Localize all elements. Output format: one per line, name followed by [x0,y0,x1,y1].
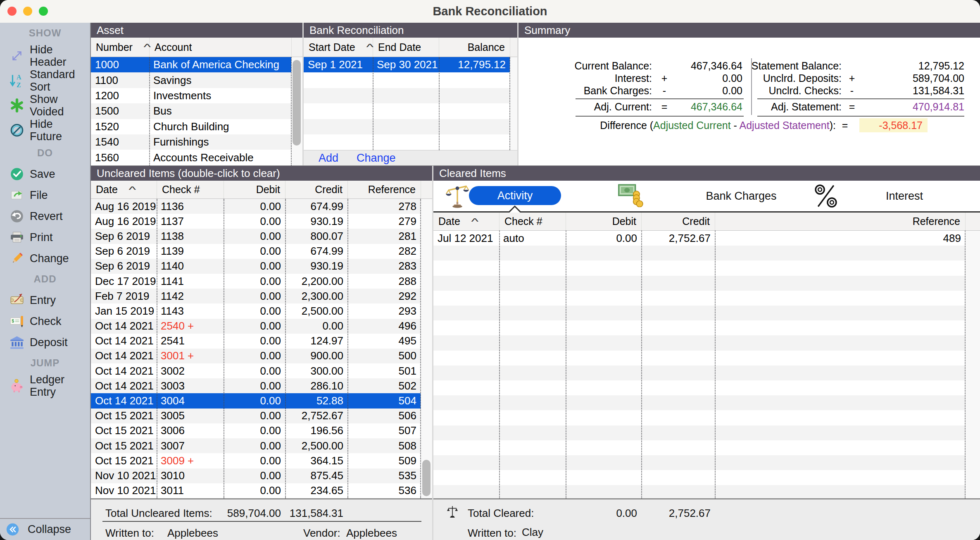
sidebar-section-do: DO [0,143,90,163]
table-row[interactable]: Oct 14 202125410.00124.97495 [91,334,421,349]
table-row[interactable]: Oct 15 202130070.002,500.00508 [91,438,421,453]
change-reconciliation-link[interactable]: Change [357,152,396,165]
table-row[interactable]: Oct 15 202130050.002,752.67506 [91,409,421,423]
tab-bank-charges[interactable]: Bank Charges [690,181,793,211]
cell-debit: 0.00 [224,469,285,482]
sidebar-item-label: File [30,189,48,201]
table-row[interactable]: 1540Furnishings [91,134,291,150]
column-header-debit[interactable]: Debit [224,181,285,198]
cell-check: 3003 [157,380,224,392]
table-row[interactable]: Sep 6 201911380.00800.07281 [91,229,421,244]
table-row[interactable]: 1560Accounts Receivable [91,150,291,165]
column-header-reference[interactable]: Reference [347,181,421,198]
table-row[interactable]: Oct 14 202130040.0052.88504 [91,393,421,408]
column-header-date[interactable]: Date^ [433,213,499,230]
table-row[interactable]: Oct 15 202130060.00196.56507 [91,423,421,438]
cell-credit: 2,200.00 [285,275,347,288]
column-header-credit[interactable]: Credit [285,181,347,198]
table-row[interactable]: Oct 15 20213009 +0.00364.15509 [91,453,421,468]
sidebar-item-hide-header[interactable]: Hide Header [0,43,90,68]
table-row[interactable]: Dec 17 201911410.002,200.00288 [91,274,421,289]
column-header-start-date[interactable]: Start Date^ [304,38,373,57]
cell-debit: 0.00 [224,245,285,258]
collapse-button[interactable]: Collapse [0,518,90,540]
sidebar-item-print[interactable]: Print [0,227,90,248]
cell-reference: 509 [347,454,421,467]
cleared-written-to-value: Clay [522,526,543,538]
column-header-debit[interactable]: Debit [566,213,641,230]
table-row[interactable]: Feb 7 201911420.002,300.00292 [91,289,421,303]
add-reconciliation-link[interactable]: Add [319,152,338,165]
statement-balance-label: Statement Balance: [718,60,842,72]
asset-scrollbar-thumb[interactable] [293,60,301,146]
sidebar-item-deposit[interactable]: Deposit [0,332,90,353]
uncleared-scrollbar-thumb[interactable] [422,460,431,496]
cell-account: Savings [149,74,291,87]
asset-scrollbar-track[interactable] [291,57,302,165]
sidebar-item-save[interactable]: Save [0,163,90,184]
table-row[interactable]: Oct 14 20212540 +0.000.00496 [91,319,421,334]
cell-reference: 535 [347,469,421,482]
tab-activity[interactable]: Activity [469,186,561,205]
table-row[interactable]: Jul 12 2021auto0.002,752.67489 [433,231,965,246]
cell-debit: 0.00 [224,260,285,272]
column-header-number[interactable]: Number^ [91,38,149,57]
cell-account: Bank of America Checking [149,58,291,71]
cell-reference: 293 [347,305,421,318]
table-row[interactable]: Jan 15 201911430.002,500.00293 [91,303,421,318]
sidebar-item-standard-sort[interactable]: AZStandard Sort [0,68,90,93]
column-header-reference[interactable]: Reference [715,213,965,230]
table-row[interactable]: Sep 6 201911390.00674.99282 [91,244,421,259]
sidebar-item-change[interactable]: Change [0,248,90,269]
table-row[interactable]: 1520Church Building [91,119,291,134]
cell-credit: 2,752.67 [285,409,347,422]
cell-account: Accounts Receivable [149,151,291,164]
uncleared-checks-value: 131,584.31 [873,84,964,97]
cell-date: Sep 6 2019 [91,245,157,258]
table-row[interactable]: 1000Bank of America Checking [91,57,291,72]
cell-debit: 0.00 [224,335,285,347]
sidebar-item-show-voided[interactable]: Show Voided [0,93,90,118]
sidebar-item-hide-future[interactable]: Hide Future [0,118,90,143]
table-row[interactable]: Oct 14 202130030.00286.10502 [91,378,421,393]
table-row[interactable]: Oct 14 202130020.00300.00501 [91,363,421,378]
sidebar-item-revert[interactable]: Revert [0,205,90,227]
table-row[interactable]: 1100Savings [91,72,291,88]
cell-reference: 536 [347,484,421,497]
cell-check: 1139 [157,245,224,258]
uncleared-scrollbar-track[interactable] [421,199,432,498]
table-row[interactable]: Aug 16 201911370.00930.19279 [91,214,421,229]
cell-reference: 508 [347,440,421,452]
column-header-check[interactable]: Check # [157,181,224,198]
column-header-account[interactable]: Account [149,38,291,57]
uncleared-totals-footer: Total Uncleared Items: 589,704.00 131,58… [91,498,432,540]
cell-check: 2540 + [157,320,224,332]
table-row[interactable]: Aug 16 201911360.00674.99278 [91,199,421,214]
adjusted-current-label: Adj. Current: [543,100,652,113]
table-row[interactable]: Sep 6 201911400.00930.19283 [91,259,421,274]
svg-text:Z: Z [17,81,21,88]
column-header-check[interactable]: Check # [499,213,566,230]
table-row[interactable]: 1500Bus [91,103,291,119]
cell-debit: 0.00 [224,275,285,288]
adjusted-current-ref: Adjusted Current [653,119,731,131]
sidebar-item-file[interactable]: File [0,184,90,205]
table-row[interactable]: Nov 10 202130100.00875.45535 [91,468,421,483]
column-header-date[interactable]: Date^ [91,181,157,198]
sidebar-item-entry[interactable]: Entry [0,289,90,311]
cell-reference: 292 [347,290,421,303]
cell-debit: 0.00 [566,232,641,245]
column-header-credit[interactable]: Credit [641,213,715,230]
sidebar-item-ledger-entry[interactable]: Ledger Entry [0,373,90,398]
collapse-label: Collapse [28,523,71,536]
tab-interest[interactable]: Interest [863,181,946,211]
table-row[interactable]: Oct 14 20213001 +0.00900.00500 [91,349,421,363]
column-header-end-date[interactable]: End Date [373,38,439,57]
table-row[interactable]: Nov 10 202130110.00234.65536 [91,483,421,498]
column-header-balance[interactable]: Balance [439,38,510,57]
table-row[interactable]: 1200Investments [91,88,291,103]
adjusted-statement-operator: = [847,100,857,113]
cell-end_date: Sep 30 2021 [373,58,439,71]
sidebar-item-check[interactable]: $Check [0,311,90,332]
table-row[interactable]: Sep 1 2021Sep 30 202112,795.12 [304,57,510,72]
